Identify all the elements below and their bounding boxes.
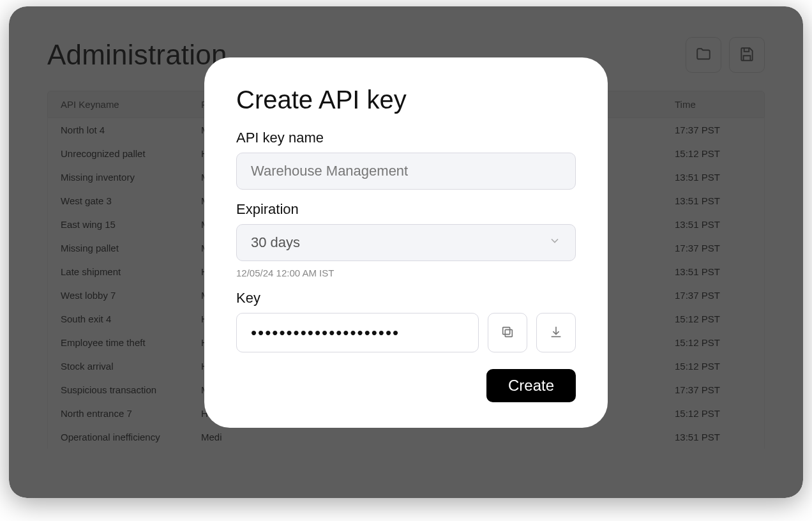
copy-key-button[interactable] bbox=[488, 313, 527, 352]
api-key-name-label: API key name bbox=[236, 130, 576, 146]
key-row: ••••••••••••••••••••• bbox=[236, 313, 576, 352]
svg-rect-1 bbox=[503, 327, 510, 334]
create-button[interactable]: Create bbox=[486, 369, 576, 402]
expiration-label: Expiration bbox=[236, 201, 576, 218]
key-label: Key bbox=[236, 290, 576, 306]
modal-title: Create API key bbox=[236, 86, 576, 114]
admin-window: Administration API Keyname Pr Time North… bbox=[9, 6, 803, 498]
api-key-name-input[interactable] bbox=[236, 153, 576, 190]
chevron-down-icon bbox=[548, 234, 561, 251]
expiration-select[interactable]: 30 days bbox=[236, 224, 576, 261]
create-api-key-modal: Create API key API key name Expiration 3… bbox=[204, 57, 608, 428]
api-key-field[interactable]: ••••••••••••••••••••• bbox=[236, 313, 479, 352]
copy-icon bbox=[500, 325, 515, 341]
expiration-value: 30 days bbox=[251, 234, 300, 251]
download-key-button[interactable] bbox=[536, 313, 576, 352]
download-icon bbox=[549, 325, 563, 341]
expiration-helper-text: 12/05/24 12:00 AM IST bbox=[236, 268, 576, 278]
modal-footer: Create bbox=[236, 369, 576, 402]
svg-rect-0 bbox=[505, 329, 512, 336]
